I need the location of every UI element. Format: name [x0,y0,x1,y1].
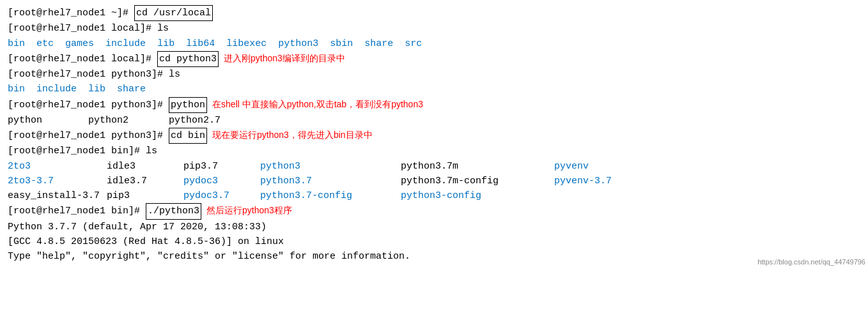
line-1: [root@rhel7_node1 ~]# cd /usr/local [8,5,860,21]
line-5: [root@rhel7_node1 python3]# ls [8,67,860,82]
ls-2to3: 2to3 [8,159,107,174]
ls-pydoc3: pydoc3 [183,174,260,188]
ls-pip37: pip3.7 [183,159,260,174]
cmd-cd-usr-local: cd /usr/local [134,5,213,21]
python-version-line: Python 3.7.7 (default, Apr 17 2020, 13:0… [8,220,267,234]
ls-python37m-config: python3.7m-config [401,174,554,188]
line-10: [root@rhel7_node1 bin]# ls [8,144,860,158]
line-11-ls: 2to3 idle3 pip3.7 python3 python3.7m pyv… [8,159,860,174]
gcc-info-line: [GCC 4.8.5 20150623 (Red Hat 4.8.5-36)] … [8,234,284,249]
ls-python3-config: python3-config [401,188,481,203]
ls-python37m: python3.7m [401,159,554,174]
line-16: [GCC 4.8.5 20150623 (Red Hat 4.8.5-36)] … [8,234,860,249]
cmd-cd-python3: cd python3 [157,51,219,67]
type-help-line: Type "help", "copyright", "credits" or "… [8,249,410,264]
line-3-ls: bin etc games include lib lib64 libexec … [8,36,860,51]
line-4: [root@rhel7_node1 local]# cd python3 进入刚… [8,51,860,67]
watermark: https://blog.csdn.net/qq_44749796 [757,257,865,268]
ls-python37: python3.7 [260,174,401,188]
line-6-ls: bin include lib share [8,82,860,96]
ls-pyvenv: pyvenv [554,159,589,174]
ls-bin: bin [8,82,25,96]
prompt-14: [root@rhel7_node1 bin]# [8,204,146,218]
terminal-window: [root@rhel7_node1 ~]# cd /usr/local [roo… [0,0,868,269]
ls-lib: lib [88,82,105,96]
ls-idle37: idle3.7 [107,174,183,188]
line-9: [root@rhel7_node1 python3]# cd bin 现在要运行… [8,128,860,144]
line-2: [root@rhel7_node1 local]# ls [8,21,860,36]
cmd-python: python [169,97,207,113]
line-7: [root@rhel7_node1 python3]# python 在shel… [8,97,860,113]
ls-python37-config: python3.7-config [260,188,401,203]
line-8: python python2 python2.7 [8,113,860,128]
ls-2to3-37: 2to3-3.7 [8,174,107,188]
ls-item-lib64: lib64 [186,36,215,51]
ls-include: include [36,82,77,96]
ls-item-lib: lib [157,36,174,51]
line-14: [root@rhel7_node1 bin]# ./python3 然后运行py… [8,203,860,219]
annotation-9: 现在要运行python3，得先进入bin目录中 [212,128,373,142]
ls-item-share: share [364,36,393,51]
ls-share: share [117,82,146,96]
prompt-2: [root@rhel7_node1 local]# ls [8,21,169,36]
line-15: Python 3.7.7 (default, Apr 17 2020, 13:0… [8,220,860,234]
prompt-10: [root@rhel7_node1 bin]# ls [8,144,157,158]
prompt-5: [root@rhel7_node1 python3]# ls [8,67,180,82]
ls-pyvenv-37: pyvenv-3.7 [554,174,612,188]
line-12-ls: 2to3-3.7 idle3.7 pydoc3 python3.7 python… [8,174,860,188]
ls-item-etc: etc [36,36,54,51]
cmd-cd-bin: cd bin [169,128,207,144]
ls-easy-install: easy_install-3.7 [8,188,107,203]
prompt-1: [root@rhel7_node1 ~]# [8,6,134,20]
line-17: Type "help", "copyright", "credits" or "… [8,249,860,264]
ls-idle3: idle3 [107,159,183,174]
annotation-4: 进入刚python3编译到的目录中 [224,52,345,66]
prompt-7: [root@rhel7_node1 python3]# [8,98,169,112]
annotation-7: 在shell 中直接输入python,双击tab，看到没有python3 [212,98,423,112]
python-tab-output: python python2 python2.7 [8,113,221,128]
ls-item-python3-dir: python3 [278,36,318,51]
ls-pip3: pip3 [107,188,183,203]
annotation-14: 然后运行python3程序 [206,204,292,218]
prompt-4: [root@rhel7_node1 local]# [8,52,157,66]
ls-item-sbin: sbin [330,36,353,51]
ls-item-games: games [65,36,94,51]
ls-python3-bin: python3 [260,159,401,174]
ls-pydoc37: pydoc3.7 [183,188,260,203]
ls-item-src: src [405,36,422,51]
ls-item-libexec: libexec [226,36,267,51]
cmd-run-python3: ./python3 [146,203,201,219]
line-13-ls: easy_install-3.7 pip3 pydoc3.7 python3.7… [8,188,860,203]
prompt-9: [root@rhel7_node1 python3]# [8,128,169,143]
ls-item-include: include [105,36,146,51]
ls-item-bin: bin [8,36,25,51]
